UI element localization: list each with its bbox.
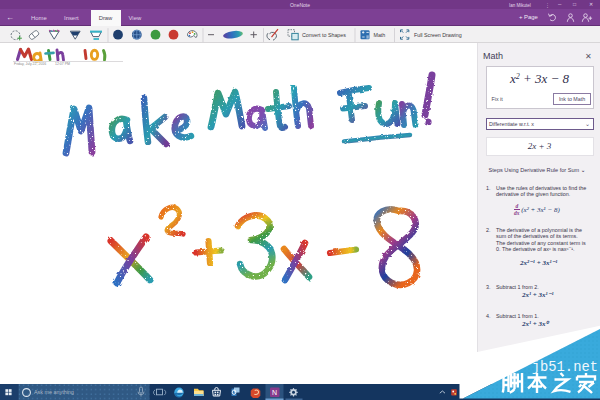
svg-text:jb51.net: jb51.net [532, 360, 598, 375]
